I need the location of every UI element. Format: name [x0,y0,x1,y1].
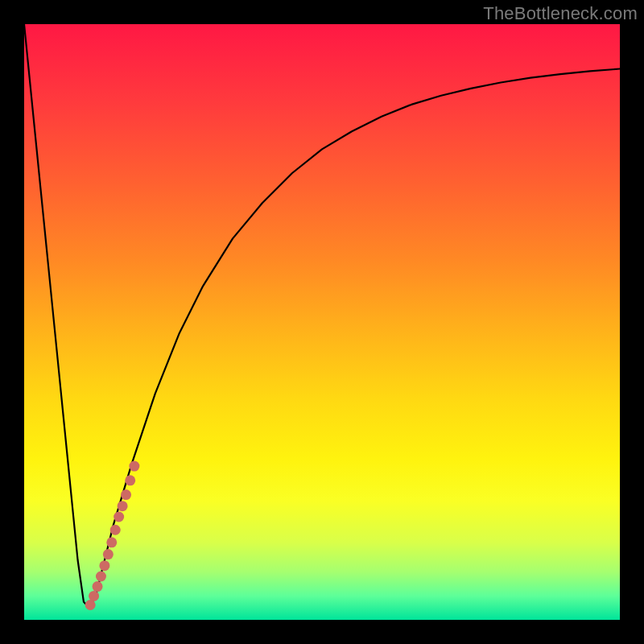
highlight-dot [103,549,114,559]
highlight-dot [93,581,103,592]
highlight-segment [85,461,140,610]
highlight-dot [121,489,131,500]
highlight-dot [110,525,121,535]
highlight-dot [129,461,139,472]
highlight-dot [96,571,106,581]
chart-frame: TheBottleneck.com [0,0,644,644]
highlight-dot [85,600,96,610]
highlight-dot [114,511,124,522]
bottleneck-curve [24,24,620,608]
highlight-dot [99,560,109,571]
highlight-dot [89,591,99,601]
watermark-text: TheBottleneck.com [483,3,638,24]
highlight-dot [125,475,135,485]
highlight-dot [118,501,128,511]
highlight-dot [106,537,117,547]
chart-layer [24,24,620,620]
plot-area [24,24,620,620]
